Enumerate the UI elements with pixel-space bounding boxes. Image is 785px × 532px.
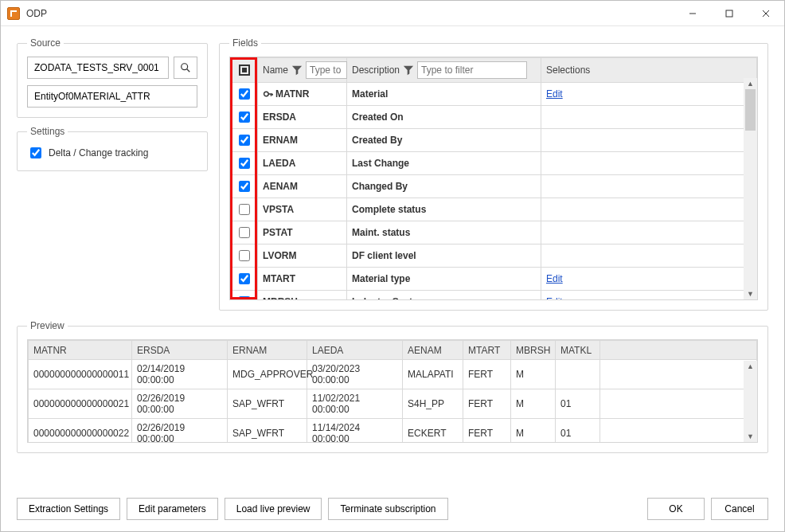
- field-checkbox[interactable]: [239, 273, 250, 284]
- search-icon: [180, 62, 191, 73]
- field-checkbox[interactable]: [239, 181, 250, 192]
- field-name: PSTAT: [263, 227, 293, 238]
- name-filter-input[interactable]: [306, 61, 347, 79]
- fields-group: Fields Name: [219, 37, 768, 311]
- field-name: AENAM: [263, 181, 298, 192]
- terminate-subscription-button[interactable]: Terminate subscription: [328, 498, 447, 520]
- select-all-header[interactable]: [231, 58, 258, 83]
- cancel-button[interactable]: Cancel: [711, 498, 768, 520]
- preview-cell: M: [511, 389, 556, 419]
- maximize-button[interactable]: [711, 1, 748, 26]
- field-description: Created By: [347, 129, 541, 152]
- preview-cell: MDG_APPROVER: [228, 360, 307, 389]
- fields-table-container: Name Description: [229, 57, 758, 300]
- scroll-thumb[interactable]: [745, 89, 756, 131]
- field-description: DF client level: [347, 244, 541, 268]
- field-checkbox[interactable]: [239, 135, 250, 146]
- name-header: Name: [263, 65, 288, 76]
- edit-selection-link[interactable]: Edit: [546, 273, 563, 284]
- preview-cell: 000000000000000021: [29, 389, 132, 419]
- field-description: Created On: [347, 106, 541, 129]
- preview-cell: 11/14/2024 00:00:00: [307, 419, 403, 444]
- table-row: 00000000000000002202/26/2019 00:00:00SAP…: [29, 419, 757, 444]
- field-checkbox[interactable]: [239, 111, 250, 123]
- preview-cell: FERT: [463, 419, 511, 444]
- close-button[interactable]: [748, 1, 784, 26]
- edit-selection-link[interactable]: Edit: [546, 296, 563, 300]
- field-name: MATNR: [275, 88, 309, 100]
- window-buttons: [674, 1, 784, 26]
- scroll-down-icon[interactable]: ▼: [744, 288, 757, 299]
- edit-selection-link[interactable]: Edit: [546, 88, 563, 100]
- preview-cell: 01: [556, 389, 600, 419]
- field-description: Industry Sector: [347, 291, 541, 301]
- description-header: Description: [352, 65, 400, 76]
- extraction-settings-button[interactable]: Extraction Settings: [17, 498, 120, 520]
- entity-input[interactable]: [27, 85, 197, 108]
- settings-group: Settings Delta / Change tracking: [17, 126, 208, 171]
- preview-cell: SAP_WFRT: [228, 389, 307, 419]
- preview-cell: 03/20/2023 00:00:00: [307, 360, 403, 389]
- table-row: 00000000000000002102/26/2019 00:00:00SAP…: [29, 389, 757, 419]
- svg-point-4: [182, 64, 188, 70]
- fields-scrollbar[interactable]: ▲ ▼: [744, 78, 757, 299]
- scroll-up-icon[interactable]: ▲: [744, 361, 757, 372]
- source-legend: Source: [27, 37, 64, 49]
- table-row: AENAMChanged By: [231, 175, 757, 198]
- svg-line-5: [187, 69, 190, 72]
- preview-column-header[interactable]: MTART: [463, 341, 511, 360]
- field-checkbox[interactable]: [239, 250, 250, 261]
- field-checkbox[interactable]: [239, 204, 250, 215]
- description-filter-input[interactable]: [417, 61, 527, 79]
- preview-table-container: MATNRERSDAERNAMLAEDAAENAMMTARTMBRSHMATKL…: [27, 339, 758, 443]
- select-all-indeterminate-icon: [239, 65, 250, 76]
- minimize-button[interactable]: [674, 1, 711, 26]
- scroll-down-icon[interactable]: ▼: [744, 431, 757, 442]
- preview-column-header[interactable]: MBRSH: [511, 341, 556, 360]
- preview-column-header[interactable]: MATKL: [556, 341, 600, 360]
- ok-button[interactable]: OK: [647, 498, 705, 520]
- table-row: MATNRMaterialEdit: [231, 83, 757, 106]
- settings-legend: Settings: [27, 126, 68, 137]
- preview-column-header[interactable]: ERNAM: [228, 341, 307, 360]
- preview-scrollbar[interactable]: ▲ ▼: [744, 361, 757, 442]
- preview-column-header[interactable]: MATNR: [29, 341, 132, 360]
- scroll-up-icon[interactable]: ▲: [744, 78, 757, 89]
- table-row: MBRSHIndustry SectorEdit: [231, 291, 757, 301]
- preview-cell: 02/14/2019 00:00:00: [132, 360, 228, 389]
- preview-column-header[interactable]: ERSDA: [132, 341, 228, 360]
- table-row: LVORMDF client level: [231, 244, 757, 268]
- search-service-button[interactable]: [174, 57, 197, 79]
- field-description: Last Change: [347, 152, 541, 175]
- preview-cell: S4H_PP: [403, 389, 463, 419]
- field-checkbox[interactable]: [239, 88, 250, 100]
- preview-cell: 000000000000000022: [29, 419, 132, 444]
- field-checkbox[interactable]: [239, 227, 250, 238]
- delta-tracking-checkbox[interactable]: Delta / Change tracking: [27, 145, 148, 161]
- edit-parameters-button[interactable]: Edit parameters: [127, 498, 218, 520]
- table-row: PSTATMaint. status: [231, 221, 757, 244]
- field-checkbox[interactable]: [239, 158, 250, 169]
- filter-icon: [403, 65, 414, 76]
- preview-column-header[interactable]: LAEDA: [307, 341, 403, 360]
- load-preview-button[interactable]: Load live preview: [225, 498, 322, 520]
- preview-cell: MALAPATI: [403, 360, 463, 389]
- preview-legend: Preview: [27, 320, 68, 331]
- field-name: LAEDA: [263, 158, 295, 169]
- preview-cell: ECKERT: [403, 419, 463, 444]
- preview-column-header[interactable]: AENAM: [403, 341, 463, 360]
- preview-cell: 01: [556, 419, 600, 444]
- preview-cell: [556, 360, 600, 389]
- field-description: Changed By: [347, 175, 541, 198]
- preview-cell: 000000000000000011: [29, 360, 132, 389]
- field-checkbox[interactable]: [239, 296, 250, 300]
- service-input[interactable]: [27, 57, 169, 79]
- fields-table: Name Description: [230, 57, 757, 300]
- table-row: LAEDALast Change: [231, 152, 757, 175]
- table-row: ERNAMCreated By: [231, 129, 757, 152]
- window-title: ODP: [26, 8, 674, 19]
- preview-cell: FERT: [463, 389, 511, 419]
- preview-cell: SAP_WFRT: [228, 419, 307, 444]
- field-description: Material type: [347, 268, 541, 291]
- preview-cell: M: [511, 419, 556, 444]
